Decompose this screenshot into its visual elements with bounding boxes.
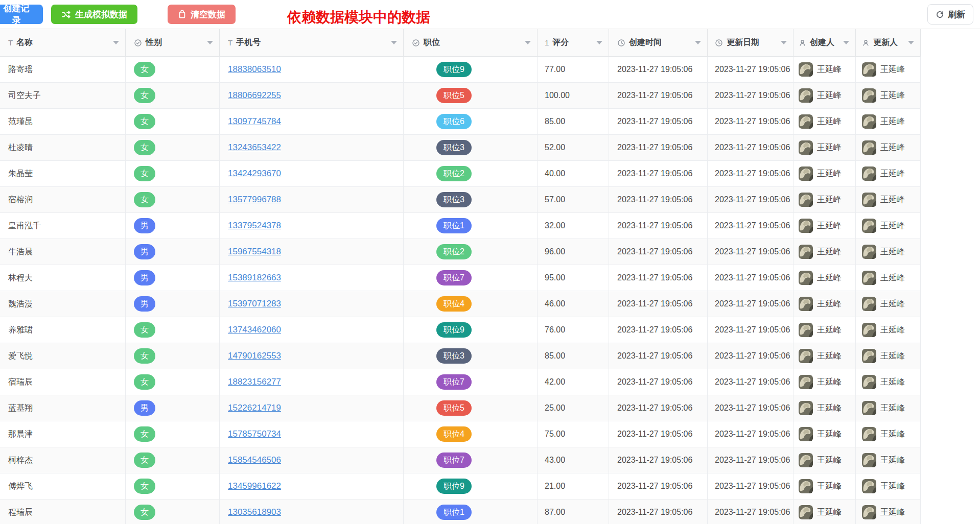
creator-name: 王延峰	[817, 507, 842, 518]
created-time-cell: 2023-11-27 19:05:06	[609, 57, 708, 83]
column-header-gender[interactable]: 性别	[126, 29, 220, 57]
gender-tag: 男	[134, 400, 155, 416]
avatar	[862, 479, 876, 493]
phone-link[interactable]: 13243653422	[228, 142, 281, 153]
column-header-updated-date[interactable]: 更新日期	[708, 29, 794, 57]
row-filler	[921, 83, 980, 109]
phone-link[interactable]: 18806692255	[228, 90, 281, 101]
position-tag: 职位4	[436, 426, 472, 442]
column-header-name[interactable]: T 名称	[0, 29, 126, 57]
updated-date-cell: 2023-11-27 19:05:06	[708, 395, 794, 421]
score-cell: 85.00	[538, 109, 609, 135]
table-row[interactable]: 林程天 男 15389182663 职位7 95.00 2023-11-27 1…	[0, 265, 980, 291]
phone-link[interactable]: 13459961622	[228, 481, 281, 491]
column-header-updater[interactable]: 更新人	[856, 29, 921, 57]
created-time-cell: 2023-11-27 19:05:06	[609, 161, 708, 187]
chevron-down-icon[interactable]	[113, 41, 119, 44]
table-row[interactable]: 宿榕润 女 13577996788 职位3 57.00 2023-11-27 1…	[0, 187, 980, 213]
gender-tag: 男	[134, 244, 155, 259]
chevron-down-icon[interactable]	[207, 41, 213, 44]
column-header-position[interactable]: 职位	[404, 29, 538, 57]
score-cell: 40.00	[538, 161, 609, 187]
avatar	[799, 297, 813, 311]
chevron-down-icon[interactable]	[695, 41, 701, 44]
avatar	[799, 219, 813, 233]
updated-date-cell: 2023-11-27 19:05:06	[708, 317, 794, 343]
created-time-cell: 2023-11-27 19:05:06	[609, 187, 708, 213]
score-cell: 43.00	[538, 447, 609, 473]
phone-cell: 18838063510	[220, 57, 404, 83]
create-record-button[interactable]: 创建记录	[0, 5, 43, 24]
row-filler	[921, 369, 980, 395]
phone-link[interactable]: 14790162553	[228, 351, 281, 361]
phone-link[interactable]: 18823156277	[228, 377, 281, 387]
creator-name: 王延峰	[817, 481, 842, 492]
table-row[interactable]: 牛浩晨 男 15967554318 职位2 96.00 2023-11-27 1…	[0, 239, 980, 265]
column-header-created-time[interactable]: 创建时间	[609, 29, 708, 57]
phone-link[interactable]: 15397071283	[228, 299, 281, 309]
chevron-down-icon[interactable]	[391, 41, 397, 44]
column-header-creator[interactable]: 创建人	[794, 29, 856, 57]
table-row[interactable]: 朱晶莹 女 13424293670 职位2 40.00 2023-11-27 1…	[0, 161, 980, 187]
phone-link[interactable]: 18838063510	[228, 64, 281, 75]
chevron-down-icon[interactable]	[908, 41, 914, 44]
table-row[interactable]: 傅烨飞 女 13459961622 职位9 21.00 2023-11-27 1…	[0, 473, 980, 499]
phone-cell: 14790162553	[220, 343, 404, 369]
refresh-icon	[936, 10, 944, 19]
table-row[interactable]: 程瑞辰 女 13035618903 职位1 87.00 2023-11-27 1…	[0, 499, 980, 524]
table-row[interactable]: 蓝基翔 男 15226214719 职位5 25.00 2023-11-27 1…	[0, 395, 980, 421]
header-filler	[921, 29, 980, 57]
select-field-icon	[134, 39, 142, 47]
score-cell: 52.00	[538, 135, 609, 161]
generate-mock-data-label: 生成模拟数据	[75, 9, 127, 20]
clear-data-button[interactable]: 清空数据	[168, 5, 236, 24]
table-row[interactable]: 路寄瑶 女 18838063510 职位9 77.00 2023-11-27 1…	[0, 57, 980, 83]
score-cell: 25.00	[538, 395, 609, 421]
phone-link[interactable]: 13577996788	[228, 195, 281, 205]
phone-link[interactable]: 15854546506	[228, 455, 281, 465]
row-filler	[921, 447, 980, 473]
table-row[interactable]: 宿瑞辰 女 18823156277 职位7 42.00 2023-11-27 1…	[0, 369, 980, 395]
phone-cell: 13379524378	[220, 213, 404, 239]
column-header-score[interactable]: 1 评分	[538, 29, 609, 57]
phone-link[interactable]: 15389182663	[228, 273, 281, 283]
position-cell: 职位7	[404, 369, 538, 395]
phone-link[interactable]: 13424293670	[228, 169, 281, 179]
creator-name: 王延峰	[817, 429, 842, 440]
refresh-button[interactable]: 刷新	[927, 4, 973, 25]
phone-cell: 15397071283	[220, 291, 404, 317]
table-row[interactable]: 魏浩漫 男 15397071283 职位4 46.00 2023-11-27 1…	[0, 291, 980, 317]
column-header-phone[interactable]: T 手机号	[220, 29, 404, 57]
phone-link[interactable]: 15785750734	[228, 429, 281, 439]
updated-date-cell: 2023-11-27 19:05:06	[708, 57, 794, 83]
table-row[interactable]: 杜凌晴 女 13243653422 职位3 52.00 2023-11-27 1…	[0, 135, 980, 161]
gender-cell: 男	[126, 213, 220, 239]
phone-link[interactable]: 13035618903	[228, 507, 281, 517]
table-row[interactable]: 爱飞悦 女 14790162553 职位3 85.00 2023-11-27 1…	[0, 343, 980, 369]
phone-link[interactable]: 15967554318	[228, 247, 281, 257]
position-cell: 职位1	[404, 213, 538, 239]
updater-name: 王延峰	[880, 455, 905, 466]
phone-link[interactable]: 15226214719	[228, 403, 281, 413]
text-field-icon: T	[228, 38, 232, 47]
position-cell: 职位2	[404, 161, 538, 187]
table-row[interactable]: 皇甫泓千 男 13379524378 职位1 32.00 2023-11-27 …	[0, 213, 980, 239]
table-row[interactable]: 柯梓杰 女 15854546506 职位7 43.00 2023-11-27 1…	[0, 447, 980, 473]
avatar	[862, 114, 876, 129]
chevron-down-icon[interactable]	[843, 41, 849, 44]
phone-link[interactable]: 13097745784	[228, 116, 281, 127]
chevron-down-icon[interactable]	[781, 41, 787, 44]
chevron-down-icon[interactable]	[525, 41, 531, 44]
avatar	[799, 323, 813, 337]
phone-link[interactable]: 13379524378	[228, 221, 281, 231]
table-row[interactable]: 范瑾昆 女 13097745784 职位6 85.00 2023-11-27 1…	[0, 109, 980, 135]
chevron-down-icon[interactable]	[596, 41, 602, 44]
table-row[interactable]: 司空夫子 女 18806692255 职位5 100.00 2023-11-27…	[0, 83, 980, 109]
table-row[interactable]: 养雅珺 女 13743462060 职位9 76.00 2023-11-27 1…	[0, 317, 980, 343]
generate-mock-data-button[interactable]: 生成模拟数据	[51, 5, 137, 24]
updater-name: 王延峰	[880, 299, 905, 309]
table-row[interactable]: 那晨津 女 15785750734 职位4 75.00 2023-11-27 1…	[0, 421, 980, 447]
gender-cell: 男	[126, 395, 220, 421]
name-cell: 养雅珺	[0, 317, 126, 343]
phone-link[interactable]: 13743462060	[228, 325, 281, 335]
